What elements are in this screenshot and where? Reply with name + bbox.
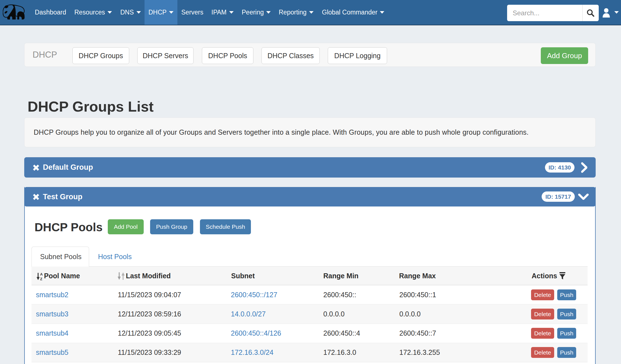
- svg-text:Z: Z: [40, 277, 42, 280]
- svg-text:A: A: [40, 273, 43, 276]
